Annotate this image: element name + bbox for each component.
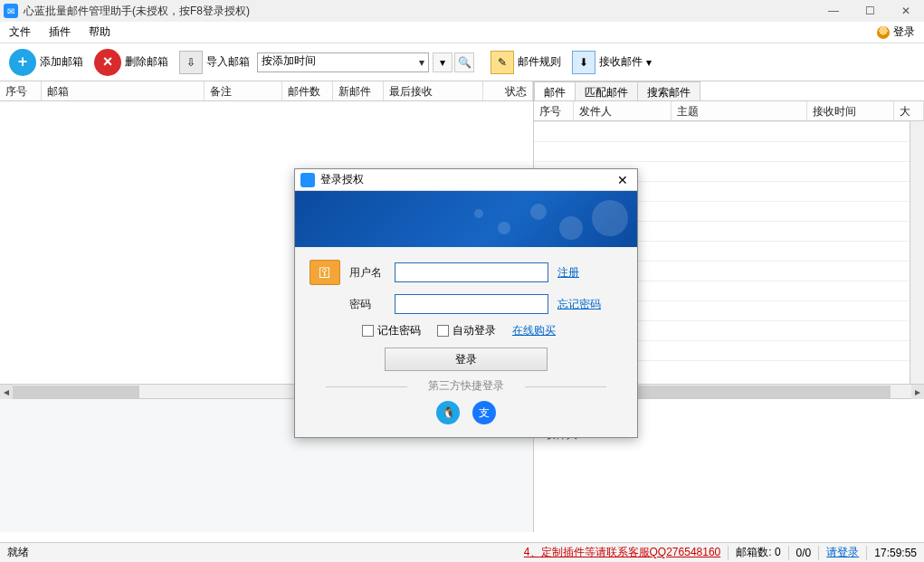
- dialog-app-icon: [300, 173, 315, 187]
- rules-icon: ✎: [491, 51, 514, 74]
- status-bar: 就绪 4、定制插件等请联系客服QQ276548160 邮箱数: 0 0/0 请登…: [0, 542, 924, 562]
- clock: 17:59:55: [874, 547, 917, 559]
- mail-vscroll[interactable]: [910, 121, 924, 384]
- dialog-banner: [295, 191, 637, 247]
- col-new[interactable]: 新邮件: [333, 81, 384, 100]
- delete-mailbox-label: 删除邮箱: [125, 54, 168, 70]
- password-label: 密码: [349, 297, 386, 312]
- x-icon: ×: [94, 49, 121, 76]
- toolbar: + 添加邮箱 × 删除邮箱 ⇩ 导入邮箱 按添加时间 ▾ 🔍 ✎ 邮件规则 ⬇ …: [0, 43, 924, 81]
- mcol-recv[interactable]: 接收时间: [807, 101, 894, 120]
- sort-selected: 按添加时间: [262, 54, 316, 67]
- promo-link[interactable]: 4、定制插件等请联系客服QQ276548160: [524, 545, 720, 560]
- mscroll-right-icon[interactable]: ▸: [911, 385, 924, 399]
- col-remark[interactable]: 备注: [205, 81, 282, 100]
- mcol-size[interactable]: 大: [894, 101, 924, 120]
- scroll-left-icon[interactable]: ◂: [0, 385, 13, 399]
- search-button[interactable]: 🔍: [454, 52, 474, 72]
- login-label: 登录: [893, 24, 915, 40]
- dropdown-arrow-button[interactable]: ▾: [433, 52, 452, 72]
- qq-login-icon[interactable]: 🐧: [436, 401, 460, 424]
- menu-help[interactable]: 帮助: [80, 22, 119, 43]
- mailbox-count: 邮箱数: 0: [736, 545, 780, 560]
- autologin-label: 自动登录: [452, 323, 496, 338]
- dialog-titlebar[interactable]: 登录授权 ✕: [295, 169, 637, 191]
- mail-tabs: 邮件 匹配邮件 搜索邮件: [534, 81, 924, 101]
- title-bar: ✉ 心蓝批量邮件管理助手(未授权，按F8登录授权) — ☐ ✕: [0, 0, 924, 22]
- username-input[interactable]: [395, 262, 548, 282]
- remember-label: 记住密码: [377, 323, 421, 338]
- close-button[interactable]: ✕: [888, 0, 924, 22]
- tab-mail[interactable]: 邮件: [534, 81, 576, 100]
- mcol-sender[interactable]: 发件人: [574, 101, 672, 120]
- username-label: 用户名: [349, 265, 386, 281]
- login-link[interactable]: 登录: [877, 22, 924, 43]
- alipay-login-icon[interactable]: 支: [472, 401, 496, 424]
- login-button[interactable]: 登录: [385, 348, 548, 371]
- delete-mailbox-button[interactable]: × 删除邮箱: [90, 46, 172, 79]
- user-icon: [877, 26, 890, 39]
- sort-dropdown[interactable]: 按添加时间: [257, 52, 429, 72]
- col-seq[interactable]: 序号: [0, 81, 42, 100]
- import-icon: ⇩: [179, 51, 203, 74]
- add-mailbox-label: 添加邮箱: [40, 54, 83, 70]
- app-title: 心蓝批量邮件管理助手(未授权，按F8登录授权): [24, 4, 250, 19]
- col-count[interactable]: 邮件数: [282, 81, 333, 100]
- please-login-link[interactable]: 请登录: [826, 545, 859, 560]
- thirdparty-icons: 🐧 支: [310, 394, 623, 428]
- autologin-checkbox[interactable]: 自动登录: [437, 323, 496, 338]
- checkbox-icon: [437, 325, 449, 337]
- dialog-title: 登录授权: [320, 172, 364, 187]
- thirdparty-label: 第三方快捷登录: [310, 378, 623, 394]
- receive-icon: ⬇: [572, 51, 595, 74]
- key-icon: ⚿: [310, 260, 340, 285]
- password-input[interactable]: [395, 294, 548, 314]
- app-icon: ✉: [4, 4, 18, 18]
- buy-link[interactable]: 在线购买: [512, 323, 556, 338]
- maximize-button[interactable]: ☐: [852, 0, 888, 22]
- mail-grid-header: 序号 发件人 主题 接收时间 大: [534, 101, 924, 121]
- scroll-thumb[interactable]: [13, 386, 139, 398]
- mcol-seq[interactable]: 序号: [534, 101, 574, 120]
- col-state[interactable]: 状态: [483, 81, 533, 100]
- col-mailbox[interactable]: 邮箱: [42, 81, 205, 100]
- dialog-body: ⚿ 用户名 注册 密码 忘记密码 记住密码 自动登录 在线购买 登录 第三方快捷…: [295, 247, 637, 437]
- import-mailbox-button[interactable]: ⇩ 导入邮箱: [176, 46, 253, 79]
- plus-icon: +: [9, 49, 36, 76]
- status-ready: 就绪: [7, 545, 29, 560]
- tab-search[interactable]: 搜索邮件: [637, 81, 700, 100]
- import-mailbox-label: 导入邮箱: [206, 54, 250, 70]
- register-link[interactable]: 注册: [557, 265, 579, 281]
- mailbox-grid-header: 序号 邮箱 备注 邮件数 新邮件 最后接收 状态: [0, 81, 533, 101]
- mcol-subject[interactable]: 主题: [672, 101, 807, 120]
- col-last[interactable]: 最后接收: [384, 81, 483, 100]
- tab-match[interactable]: 匹配邮件: [575, 81, 638, 100]
- minimize-button[interactable]: —: [815, 0, 852, 22]
- checkbox-icon: [362, 325, 374, 337]
- login-dialog: 登录授权 ✕ ⚿ 用户名 注册 密码 忘记密码 记住密码 自动登录: [294, 168, 638, 438]
- window-buttons: — ☐ ✕: [815, 0, 924, 22]
- mail-rules-button[interactable]: ✎ 邮件规则: [487, 46, 565, 79]
- receive-mail-label: 接收邮件: [599, 54, 643, 70]
- mail-rules-label: 邮件规则: [518, 54, 561, 70]
- add-mailbox-button[interactable]: + 添加邮箱: [5, 46, 87, 79]
- menu-plugin[interactable]: 插件: [40, 22, 80, 43]
- receive-mail-button[interactable]: ⬇ 接收邮件: [568, 46, 655, 79]
- menu-bar: 文件 插件 帮助 登录: [0, 22, 924, 43]
- menu-file[interactable]: 文件: [0, 22, 40, 43]
- dialog-close-icon[interactable]: ✕: [614, 173, 632, 187]
- forgot-link[interactable]: 忘记密码: [557, 297, 601, 312]
- ratio: 0/0: [796, 547, 812, 559]
- remember-checkbox[interactable]: 记住密码: [362, 323, 421, 338]
